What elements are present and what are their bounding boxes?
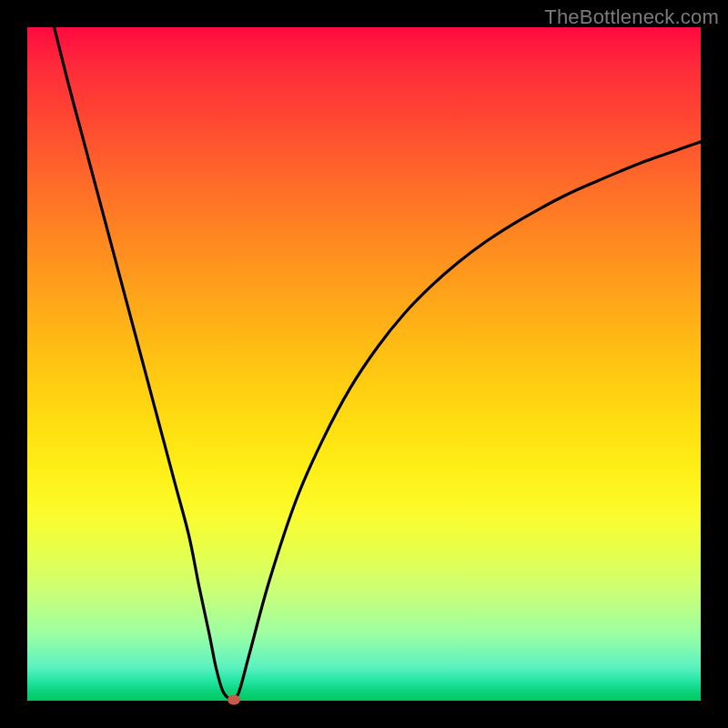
chart-frame: TheBottleneck.com xyxy=(0,0,728,728)
plot-area xyxy=(27,27,701,701)
bottleneck-curve xyxy=(27,27,701,701)
watermark-text: TheBottleneck.com xyxy=(544,5,719,29)
minimum-marker xyxy=(228,694,240,704)
